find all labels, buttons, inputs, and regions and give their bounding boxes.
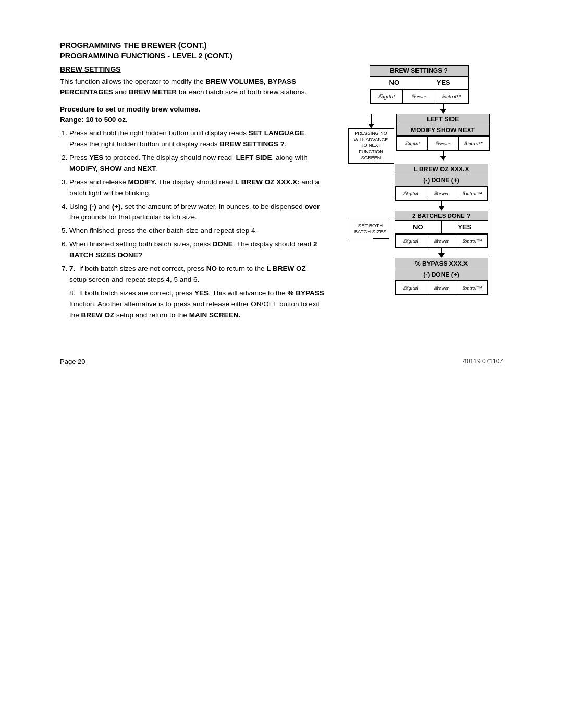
main-heading: PROGRAMMING THE BREWER (cont.)	[60, 41, 503, 50]
display-mock-5: 𝔻igital 𝔹rewer 𝕀ontrol™	[395, 280, 488, 295]
d4-control: 𝕀ontrol™	[457, 235, 487, 247]
intro-paragraph: This function allows the operator to mod…	[60, 77, 324, 98]
bypass-bottom: (-) DONE (+)	[395, 269, 488, 280]
brew-no-label: NO	[370, 77, 420, 89]
doc-number: 40119 071107	[463, 357, 503, 365]
two-batches-label: 2 BATCHES DONE ?	[395, 211, 488, 221]
d5-control: 𝕀ontrol™	[457, 281, 487, 294]
d2-brewer: 𝔹rewer	[428, 137, 459, 150]
page-number: Page 20	[60, 357, 85, 365]
l-brew-bottom: (-) DONE (+)	[395, 175, 488, 186]
display-mock-4: 𝔻igital 𝔹rewer 𝕀ontrol™	[395, 233, 488, 248]
steps-list: Press and hold the right hidden button u…	[69, 128, 324, 321]
step-8: 8. If both batch sizes are correct, pres…	[60, 288, 324, 321]
d3-control: 𝕀ontrol™	[457, 187, 487, 200]
display-cell-brewer: 𝔹rewer	[403, 90, 435, 103]
step-6: When finished setting both batch sizes, …	[69, 239, 324, 261]
left-side-bottom: MODIFY SHOW NEXT	[397, 125, 489, 135]
procedure-heading: Procedure to set or modify brew volumes.…	[60, 104, 324, 126]
display-cell-digital: 𝔻igital	[371, 90, 403, 103]
l-brew-top: L BREW OZ XXX.X	[395, 164, 488, 175]
left-side-box: LEFT SIDE MODIFY SHOW NEXT	[396, 114, 490, 136]
step-1: Press and hold the right hidden button u…	[69, 128, 324, 150]
step-7: 7. If both batch sizes are not correct, …	[69, 264, 324, 286]
bypass-top: % BYPASS XXX.X	[395, 258, 488, 269]
d5-digital: 𝔻igital	[396, 281, 426, 294]
set-both-note: SET BOTH BATCH SIZES	[350, 220, 391, 238]
display-mock-3: 𝔻igital 𝔹rewer 𝕀ontrol™	[395, 186, 488, 201]
step-5: When finished, press the other batch siz…	[69, 226, 324, 237]
left-side-top: LEFT SIDE	[397, 114, 489, 125]
two-batches-box: 2 BATCHES DONE ? NO YES	[395, 211, 488, 233]
d3-brewer: 𝔹rewer	[426, 187, 457, 200]
bypass-box: % BYPASS XXX.X (-) DONE (+)	[395, 258, 488, 280]
d4-brewer: 𝔹rewer	[426, 235, 457, 247]
display-mock-1: 𝔻igital 𝔹rewer 𝕀ontrol™	[370, 89, 469, 104]
brew-yes-label: YES	[419, 77, 468, 89]
d5-brewer: 𝔹rewer	[426, 281, 457, 294]
batches-no: NO	[395, 221, 442, 233]
l-brew-oz-box: L BREW OZ XXX.X (-) DONE (+)	[395, 164, 488, 186]
step-3: Press and release MODIFY. The display sh…	[69, 177, 324, 199]
step-4: Using (-) and (+), set the amount of bre…	[69, 202, 324, 224]
brew-settings-label: BREW SETTINGS ?	[370, 66, 468, 77]
display-mock-2: 𝔻igital 𝔹rewer 𝕀ontrol™	[396, 136, 490, 151]
brew-settings-question-box: BREW SETTINGS ? NO YES	[370, 65, 469, 89]
flowchart: BREW SETTINGS ? NO YES 𝔻igital 𝔹rewer 𝕀o…	[335, 65, 503, 295]
pressing-no-note: PRESSING NO WILL ADVANCE TO NEXT FUNCTIO…	[348, 128, 394, 164]
page-footer: Page 20 40119 071107	[60, 357, 503, 365]
d4-digital: 𝔻igital	[396, 235, 426, 247]
d2-control: 𝕀ontrol™	[459, 137, 489, 150]
d3-digital: 𝔻igital	[396, 187, 426, 200]
d2-digital: 𝔻igital	[397, 137, 428, 150]
sub-heading: PROGRAMMING FUNCTIONS - LEVEL 2 (cont.)	[60, 52, 503, 60]
step-2: Press YES to proceed. The display should…	[69, 153, 324, 175]
section-title: BREW SETTINGS	[60, 65, 324, 73]
display-cell-control: 𝕀ontrol™	[435, 90, 467, 103]
batches-yes: YES	[442, 221, 488, 233]
